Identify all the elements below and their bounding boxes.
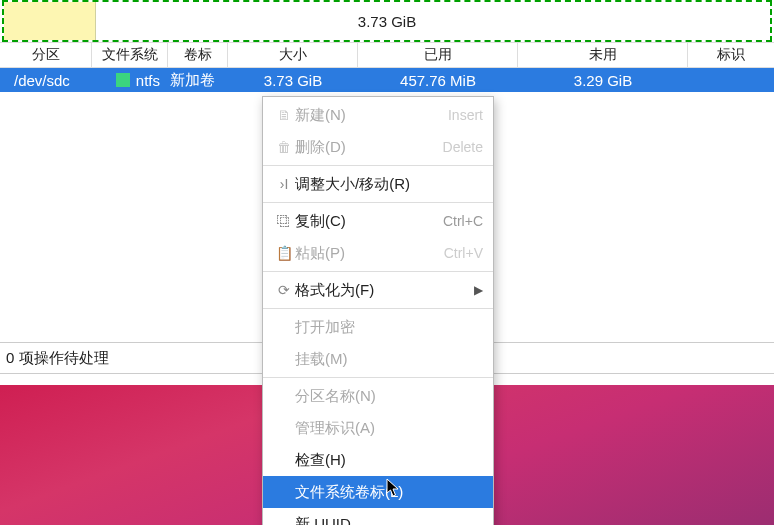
menu-partition-name: 分区名称(N) bbox=[263, 380, 493, 412]
menu-manage-flags: 管理标识(A) bbox=[263, 412, 493, 444]
menu-separator bbox=[263, 308, 493, 309]
menu-open-crypt: 打开加密 bbox=[263, 311, 493, 343]
cell-free: 3.29 GiB bbox=[518, 72, 688, 89]
cell-filesystem-text: ntfs bbox=[136, 72, 160, 89]
col-free-label: 未用 bbox=[589, 46, 617, 64]
menu-separator bbox=[263, 271, 493, 272]
col-partition-label: 分区 bbox=[32, 46, 60, 64]
cell-filesystem: ntfs bbox=[92, 72, 168, 89]
cell-partition: /dev/sdc bbox=[0, 72, 92, 89]
partition-size-label: 3.73 GiB bbox=[358, 13, 416, 30]
menu-resize[interactable]: ›I 调整大小/移动(R) bbox=[263, 168, 493, 200]
menu-check-label: 检查(H) bbox=[273, 451, 483, 470]
menu-format[interactable]: ⟳ 格式化为(F) ▶ bbox=[263, 274, 493, 306]
col-filesystem[interactable]: 文件系统 bbox=[92, 43, 168, 67]
col-used[interactable]: 已用 bbox=[358, 43, 518, 67]
menu-copy[interactable]: ⿻ 复制(C) Ctrl+C bbox=[263, 205, 493, 237]
menu-mount-label: 挂载(M) bbox=[273, 350, 483, 369]
menu-new-uuid-label: 新 UUID bbox=[273, 515, 483, 526]
context-menu: 🗎 新建(N) Insert 🗑 删除(D) Delete ›I 调整大小/移动… bbox=[262, 96, 494, 525]
menu-fs-label-label: 文件系统卷标(L) bbox=[273, 483, 483, 502]
table-header: 分区 文件系统 卷标 大小 已用 未用 标识 bbox=[0, 42, 774, 68]
menu-paste: 📋 粘贴(P) Ctrl+V bbox=[263, 237, 493, 269]
menu-mount: 挂载(M) bbox=[263, 343, 493, 375]
col-flags-label: 标识 bbox=[717, 46, 745, 64]
menu-open-crypt-label: 打开加密 bbox=[273, 318, 483, 337]
menu-format-label: 格式化为(F) bbox=[295, 281, 474, 300]
menu-copy-accel: Ctrl+C bbox=[443, 213, 483, 229]
col-label-label: 卷标 bbox=[184, 46, 212, 64]
menu-delete-label: 删除(D) bbox=[295, 138, 443, 157]
menu-new-uuid[interactable]: 新 UUID bbox=[263, 508, 493, 525]
partition-used-segment bbox=[4, 2, 96, 40]
menu-separator bbox=[263, 377, 493, 378]
menu-partition-name-label: 分区名称(N) bbox=[273, 387, 483, 406]
fs-color-swatch bbox=[116, 73, 130, 87]
menu-paste-accel: Ctrl+V bbox=[444, 245, 483, 261]
col-label[interactable]: 卷标 bbox=[168, 43, 228, 67]
menu-new-label: 新建(N) bbox=[295, 106, 448, 125]
menu-separator bbox=[263, 165, 493, 166]
resize-icon: ›I bbox=[273, 176, 295, 192]
col-filesystem-label: 文件系统 bbox=[102, 46, 158, 64]
menu-copy-label: 复制(C) bbox=[295, 212, 443, 231]
new-file-icon: 🗎 bbox=[273, 107, 295, 123]
paste-icon: 📋 bbox=[273, 245, 295, 261]
col-partition[interactable]: 分区 bbox=[0, 43, 92, 67]
trash-icon: 🗑 bbox=[273, 139, 295, 155]
submenu-arrow-icon: ▶ bbox=[474, 283, 483, 297]
col-free[interactable]: 未用 bbox=[518, 43, 688, 67]
col-size-label: 大小 bbox=[279, 46, 307, 64]
cell-used: 457.76 MiB bbox=[358, 72, 518, 89]
status-text: 0 项操作待处理 bbox=[6, 349, 109, 368]
copy-icon: ⿻ bbox=[273, 213, 295, 229]
col-size[interactable]: 大小 bbox=[228, 43, 358, 67]
cell-size: 3.73 GiB bbox=[228, 72, 358, 89]
menu-new-accel: Insert bbox=[448, 107, 483, 123]
menu-new: 🗎 新建(N) Insert bbox=[263, 99, 493, 131]
menu-manage-flags-label: 管理标识(A) bbox=[273, 419, 483, 438]
menu-resize-label: 调整大小/移动(R) bbox=[295, 175, 483, 194]
partition-visual[interactable]: 3.73 GiB bbox=[2, 0, 772, 42]
menu-check[interactable]: 检查(H) bbox=[263, 444, 493, 476]
col-used-label: 已用 bbox=[424, 46, 452, 64]
col-flags[interactable]: 标识 bbox=[688, 43, 774, 67]
cell-label: 新加卷 bbox=[168, 71, 228, 90]
refresh-icon: ⟳ bbox=[273, 282, 295, 298]
menu-paste-label: 粘贴(P) bbox=[295, 244, 444, 263]
menu-delete: 🗑 删除(D) Delete bbox=[263, 131, 493, 163]
menu-fs-label[interactable]: 文件系统卷标(L) bbox=[263, 476, 493, 508]
menu-separator bbox=[263, 202, 493, 203]
menu-delete-accel: Delete bbox=[443, 139, 483, 155]
table-row[interactable]: /dev/sdc ntfs 新加卷 3.73 GiB 457.76 MiB 3.… bbox=[0, 68, 774, 92]
